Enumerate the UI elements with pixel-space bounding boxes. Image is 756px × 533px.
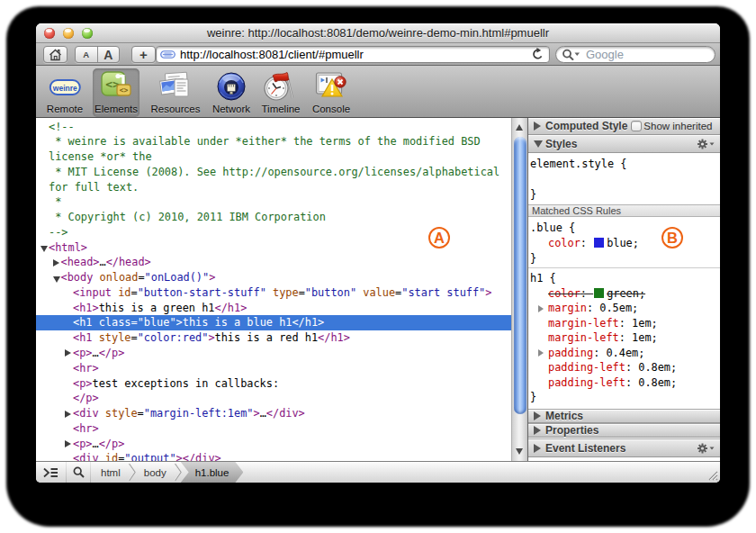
address-bar-url[interactable]: http://localhost:8081/client/#pmuellr bbox=[180, 48, 532, 61]
timeline-iconbox bbox=[263, 68, 299, 104]
css-property-name: margin bbox=[548, 302, 587, 314]
console-drawer-button[interactable] bbox=[36, 462, 66, 483]
reload-icon[interactable] bbox=[532, 48, 544, 61]
css-rule[interactable]: .blue {color: blue;} bbox=[528, 217, 720, 268]
css-property[interactable]: padding: 0.4em; bbox=[530, 346, 720, 361]
dom-tree-row[interactable]: <head>…</head> bbox=[36, 255, 511, 270]
decrease-font-button[interactable]: A bbox=[76, 47, 98, 62]
collapsed-arrow-icon[interactable] bbox=[65, 440, 71, 447]
styles-section-header[interactable]: Styles bbox=[528, 135, 720, 153]
matched-rules-list: .blue {color: blue;}h1 {color: green;mar… bbox=[528, 217, 720, 406]
dom-tree-row[interactable]: * Copyright (c) 2010, 2011 IBM Corporati… bbox=[36, 210, 511, 225]
home-button[interactable] bbox=[43, 46, 68, 63]
tool-item-timeline[interactable]: Timeline bbox=[253, 66, 309, 118]
new-tab-button[interactable]: + bbox=[131, 46, 156, 63]
expand-property-arrow-icon[interactable] bbox=[538, 349, 544, 357]
tool-item-remote[interactable]: weinreRemote bbox=[37, 66, 93, 118]
css-rule[interactable]: h1 {color: green;margin: 0.5em;margin-le… bbox=[528, 268, 720, 406]
css-property[interactable]: margin-left: 1em; bbox=[530, 330, 720, 346]
resize-grip-icon[interactable] bbox=[707, 470, 718, 481]
title-bar: weinre: http://localhost:8081/demo/weinr… bbox=[36, 23, 720, 43]
event-listeners-gear-menu[interactable] bbox=[697, 442, 715, 454]
collapsed-arrow-icon[interactable] bbox=[65, 411, 71, 418]
scrollbar-thumb[interactable] bbox=[514, 137, 526, 414]
code-tag: </h1> bbox=[215, 302, 248, 314]
dom-tree-row[interactable]: <body onload="onLoad()"> bbox=[36, 270, 511, 285]
code-comment: * bbox=[49, 195, 61, 208]
window-title: weinre: http://localhost:8081/demo/weinr… bbox=[36, 23, 720, 43]
search-icon[interactable] bbox=[562, 49, 580, 60]
collapsed-arrow-icon[interactable] bbox=[534, 426, 541, 435]
dom-tree-row[interactable]: <p>…</p> bbox=[36, 437, 511, 452]
css-property[interactable]: color: green; bbox=[530, 286, 720, 302]
dom-tree-row[interactable]: </p> bbox=[36, 391, 511, 406]
dom-tree-row[interactable]: * MIT License (2008). See http://opensou… bbox=[36, 165, 511, 180]
dom-tree-row[interactable]: <!-- bbox=[36, 120, 511, 135]
computed-style-section-header[interactable]: Computed Style Show inherited bbox=[528, 118, 720, 135]
tool-item-network[interactable]: Network bbox=[203, 66, 259, 118]
styles-gear-menu[interactable] bbox=[697, 138, 715, 149]
show-inherited-label: Show inherited bbox=[644, 121, 712, 131]
scroll-up-arrow-icon[interactable] bbox=[516, 124, 523, 131]
tool-item-resources[interactable]: Resources bbox=[148, 66, 203, 118]
breadcrumb-item-h1.blue[interactable]: h1.blue bbox=[181, 462, 244, 483]
breadcrumb-item-body[interactable]: body bbox=[135, 462, 176, 483]
dom-tree-row[interactable]: <h1>this is a green h1</h1> bbox=[36, 301, 511, 316]
code-plain: = bbox=[130, 286, 137, 299]
expanded-arrow-icon[interactable] bbox=[53, 276, 60, 283]
tool-item-console[interactable]: Console bbox=[303, 66, 359, 118]
dom-tree-row-selected[interactable]: <h1 class="blue">this is a blue h1</h1> bbox=[36, 315, 511, 330]
inspect-search-button[interactable] bbox=[67, 462, 90, 483]
code-tag: <div bbox=[73, 407, 99, 420]
breadcrumb-item-html[interactable]: html bbox=[92, 462, 130, 483]
metrics-section-header[interactable]: Metrics bbox=[528, 409, 720, 423]
dom-tree-row[interactable]: <hr> bbox=[36, 361, 511, 376]
css-property[interactable]: color: blue; bbox=[530, 236, 720, 251]
code-plain: = bbox=[299, 286, 305, 299]
color-swatch[interactable] bbox=[594, 238, 604, 248]
dom-tree-row[interactable]: for full text. bbox=[36, 180, 511, 195]
address-bar[interactable]: http://localhost:8081/client/#pmuellr bbox=[156, 46, 550, 63]
css-property[interactable]: padding-left: 0.8em; bbox=[530, 360, 720, 375]
css-property-value: 1em; bbox=[632, 331, 658, 344]
code-plain: … bbox=[99, 256, 105, 268]
code-val: "onLoad()" bbox=[145, 271, 210, 284]
dom-tree-row[interactable]: <input id="button-start-stuff" type="but… bbox=[36, 285, 511, 301]
show-inherited-checkbox[interactable] bbox=[631, 121, 642, 131]
expanded-arrow-icon[interactable] bbox=[534, 140, 543, 148]
collapsed-arrow-icon[interactable] bbox=[534, 122, 541, 131]
dom-tree-row[interactable]: * bbox=[36, 194, 511, 210]
tool-item-elements[interactable]: <><>Elements bbox=[88, 66, 144, 118]
code-tag: <head> bbox=[61, 256, 100, 268]
event-listeners-section-header[interactable]: Event Listeners bbox=[528, 438, 720, 457]
increase-font-button[interactable]: A bbox=[98, 47, 120, 62]
dom-tree-row[interactable]: * weinre is available under *either* the… bbox=[36, 134, 511, 149]
expanded-arrow-icon[interactable] bbox=[40, 246, 48, 252]
dom-tree-row[interactable]: <hr> bbox=[36, 421, 511, 437]
dom-tree-row[interactable]: license *or* the bbox=[36, 149, 511, 165]
css-property-text: margin: 0.5em; bbox=[548, 302, 638, 314]
element-style-rule[interactable]: element.style { } bbox=[528, 153, 720, 204]
dom-tree-row[interactable]: <h1 style="color:red">this is a red h1</… bbox=[36, 330, 511, 346]
expand-property-arrow-icon[interactable] bbox=[538, 305, 544, 312]
scroll-down-arrow-icon[interactable] bbox=[516, 448, 523, 455]
code-tag: </p> bbox=[99, 438, 125, 450]
collapsed-arrow-icon[interactable] bbox=[53, 259, 59, 266]
css-property[interactable]: padding-left: 0.8em; bbox=[530, 375, 720, 391]
properties-section-header[interactable]: Properties bbox=[528, 423, 720, 438]
color-swatch[interactable] bbox=[594, 288, 604, 298]
collapsed-arrow-icon[interactable] bbox=[65, 349, 71, 357]
code-val: "color:red" bbox=[138, 331, 209, 344]
dom-tree-row[interactable]: <div id="output"></div> bbox=[36, 451, 511, 461]
dom-tree-row[interactable]: <div style="margin-left:1em">…</div> bbox=[36, 406, 511, 421]
inspector-toolbar: weinreRemote<><>ElementsResourcesNetwork… bbox=[36, 66, 720, 118]
code-plain bbox=[99, 407, 105, 420]
collapsed-arrow-icon[interactable] bbox=[534, 444, 541, 453]
dom-tree-row[interactable]: <p>…</p> bbox=[36, 346, 511, 361]
css-property[interactable]: margin: 0.5em; bbox=[530, 301, 720, 316]
search-field[interactable]: Google bbox=[555, 46, 716, 63]
vertical-scrollbar[interactable] bbox=[511, 118, 527, 461]
css-property[interactable]: margin-left: 1em; bbox=[530, 316, 720, 331]
dom-tree-row[interactable]: <p>test exceptions in callbacks: bbox=[36, 376, 511, 392]
collapsed-arrow-icon[interactable] bbox=[534, 411, 541, 420]
